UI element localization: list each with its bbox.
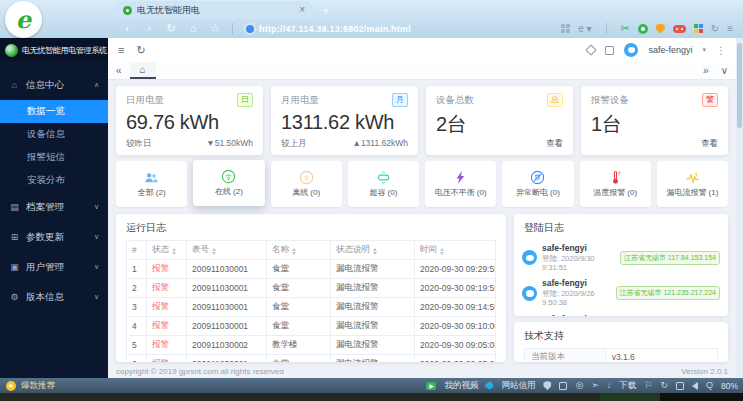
filter-offline[interactable]: 离线 (0) <box>271 161 342 207</box>
site-info-icon[interactable] <box>246 25 254 33</box>
filter-leakage-alarm[interactable]: 漏电流报警 (1) <box>657 161 728 207</box>
cell-name: 教学楼 <box>267 336 331 355</box>
protection-shield-icon[interactable] <box>543 381 551 390</box>
my-video-icon[interactable]: ▶ <box>426 382 436 390</box>
hot-recommend-label[interactable]: 爆款推荐 <box>21 380 55 392</box>
card-value: 1311.62 kWh <box>281 111 408 134</box>
bookmark-star-icon[interactable]: ☆ <box>204 23 226 34</box>
refresh-page-icon[interactable]: ↻ <box>136 45 145 56</box>
compass-icon[interactable]: ◎ <box>575 381 583 390</box>
snapshot-icon[interactable] <box>559 382 567 390</box>
sort-icon[interactable] <box>440 248 444 255</box>
address-bar[interactable]: http://47.114.39.13:6802/main.html <box>239 21 494 36</box>
session-restore-icon[interactable]: ↻ <box>660 381 668 390</box>
table-row[interactable]: 3 报警 200911030001 食堂 漏电流报警 2020-09-30 09… <box>127 298 496 317</box>
forward-button[interactable]: › <box>138 23 160 34</box>
screenshot-scissors-icon[interactable]: ✂ <box>621 22 630 35</box>
back-button[interactable]: ‹ <box>116 23 138 34</box>
filter-all[interactable]: 全部 (2) <box>116 161 187 207</box>
browser-menu-button[interactable]: e <box>5 1 42 38</box>
filter-temperature-alarm[interactable]: 温度报警 (0) <box>580 161 651 207</box>
screen: e 电无忧智能用电 × + ‹ › ↻ ⌂ ☆ http://47.114.39… <box>0 0 743 401</box>
wallet-extension-icon[interactable] <box>638 24 648 34</box>
search-icon[interactable]: Q <box>706 381 713 390</box>
username[interactable]: safe-fengyi <box>648 45 692 55</box>
app-logo-icon <box>5 44 18 57</box>
sidebar-group-archives[interactable]: ▤ 档案管理 ∨ <box>0 192 108 222</box>
sort-icon[interactable] <box>373 248 377 255</box>
cell-time: 2020-09-30 09:10:00 <box>415 317 496 336</box>
table-row[interactable]: 6 报警 200911030001 食堂 漏电流报警 2020-09-30 09… <box>127 355 496 363</box>
tab-close-icon[interactable]: × <box>299 5 305 15</box>
tab-title: 电无忧智能用电 <box>137 4 294 17</box>
tabs-scroll-left-icon[interactable]: « <box>116 65 122 76</box>
site-credit-label[interactable]: 网站信用 <box>501 380 535 392</box>
browser-hamburger-icon[interactable]: ≡ <box>727 24 733 34</box>
card-value: 2台 <box>436 111 563 138</box>
new-tab-button[interactable]: + <box>322 4 330 17</box>
col-time[interactable]: 时间 <box>415 241 496 260</box>
water-drop-icon[interactable] <box>485 381 495 391</box>
games-extension-icon[interactable] <box>673 25 686 33</box>
sidebar-item-install-distribution[interactable]: 安装分布 <box>0 169 108 192</box>
scrollbar-thumb[interactable] <box>737 43 742 128</box>
sidebar-item-device-info[interactable]: 设备信息 <box>0 123 108 146</box>
filter-over-capacity[interactable]: 超容 (0) <box>348 161 419 207</box>
fullscreen-icon[interactable] <box>605 46 614 55</box>
user-avatar[interactable] <box>624 43 638 57</box>
download-label[interactable]: 下载 <box>619 380 636 392</box>
tabs-menu-icon[interactable]: ∨ <box>721 65 728 76</box>
sidebar-group-user-management[interactable]: ▣ 用户管理 ∨ <box>0 252 108 282</box>
filter-voltage-imbalance[interactable]: 电压不平衡 (0) <box>425 161 496 207</box>
sidebar-item-data-overview[interactable]: 数据一览 <box>0 100 108 123</box>
col-status[interactable]: 状态 <box>147 241 187 260</box>
col-status-desc[interactable]: 状态说明 <box>331 241 415 260</box>
col-name[interactable]: 名称 <box>267 241 331 260</box>
security-shield-icon[interactable] <box>656 24 665 34</box>
sidebar-item-alarm-sms[interactable]: 报警短信 <box>0 146 108 169</box>
my-video-label[interactable]: 我的视频 <box>444 380 478 392</box>
collapse-sidebar-icon[interactable]: ≡ <box>118 45 124 56</box>
table-row[interactable]: 2 报警 200911030001 食堂 漏电流报警 2020-09-30 09… <box>127 279 496 298</box>
boost-rocket-icon[interactable]: ➣ <box>591 381 599 390</box>
compare-label: 较上月 <box>281 138 307 150</box>
app-title: 电无忧智能用电管理系统 <box>22 45 107 56</box>
user-menu-caret-icon[interactable]: ▾ <box>702 46 706 54</box>
tabs-scroll-right-icon[interactable]: » <box>703 65 709 76</box>
sidebar-group-version-info[interactable]: ⚙ 版本信息 ∨ <box>0 282 108 312</box>
table-row[interactable]: 4 报警 200911030001 食堂 漏电流报警 2020-09-30 09… <box>127 317 496 336</box>
filter-abnormal-power-cut[interactable]: 异常断电 (0) <box>502 161 573 207</box>
hot-star-icon[interactable]: ★ <box>6 381 16 391</box>
table-row[interactable]: 1 报警 200911030001 食堂 漏电流报警 2020-09-30 09… <box>127 260 496 279</box>
e-dropdown-button[interactable]: e ▾ <box>578 24 591 34</box>
app-version: Version 2.0.1 <box>681 367 728 376</box>
home-page-tab[interactable]: ⌂ <box>130 62 156 79</box>
browser-tab[interactable]: 电无忧智能用电 × <box>116 1 312 19</box>
table-row[interactable]: 5 报警 200911030002 教学楼 漏电流报警 2020-09-30 0… <box>127 336 496 355</box>
sort-icon[interactable] <box>292 248 296 255</box>
download-arrow-icon[interactable]: ↓ <box>607 381 612 390</box>
more-options-icon[interactable]: ⋮ <box>716 45 726 56</box>
flag-icon[interactable]: ⚐ <box>644 381 652 390</box>
sort-icon[interactable] <box>212 248 216 255</box>
col-index[interactable]: # <box>127 241 147 260</box>
view-link[interactable]: 查看 <box>546 138 563 150</box>
speaker-icon[interactable] <box>692 382 698 390</box>
sort-icon[interactable] <box>172 248 176 255</box>
browser-home-button[interactable]: ⌂ <box>182 23 204 34</box>
scrollbar[interactable] <box>736 38 743 378</box>
apps-grid-icon[interactable] <box>561 24 570 33</box>
filter-online[interactable]: 在线 (2) <box>193 160 264 206</box>
compare-label: 较昨日 <box>126 138 152 150</box>
extensions-grid-icon[interactable] <box>694 24 703 33</box>
reload-button[interactable]: ↻ <box>160 23 182 34</box>
tag-icon[interactable] <box>586 44 597 55</box>
zoom-level[interactable]: 80% <box>721 381 738 391</box>
history-undo-icon[interactable]: ↻ <box>711 24 719 34</box>
sidebar-group-info-center[interactable]: ⌂ 信息中心 ∧ <box>0 70 108 100</box>
sidebar-group-parameter-update[interactable]: ⊞ 参数更新 ∨ <box>0 222 108 252</box>
view-link[interactable]: 查看 <box>701 138 718 150</box>
col-meter-no[interactable]: 表号 <box>187 241 267 260</box>
window-icon[interactable] <box>676 382 684 390</box>
card-title: 报警设备 <box>591 94 629 107</box>
